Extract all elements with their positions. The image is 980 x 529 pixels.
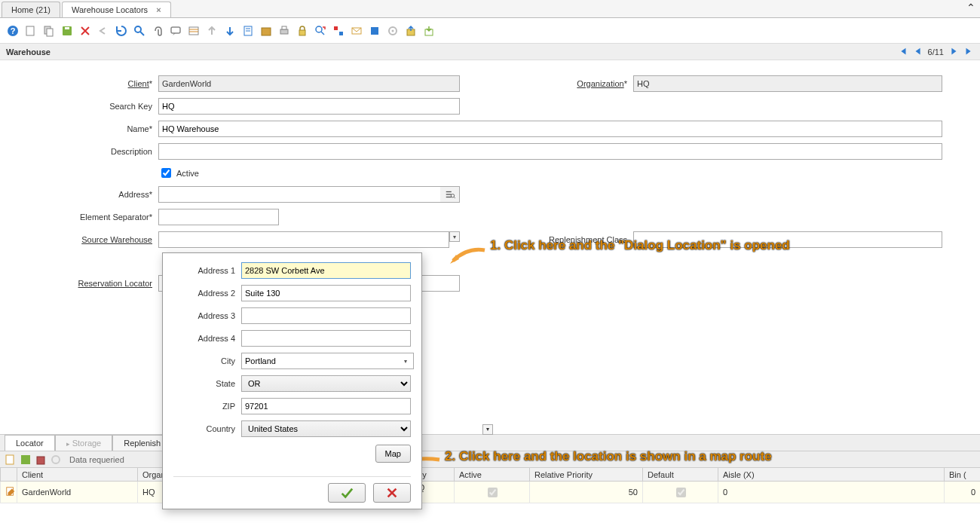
svg-rect-6 bbox=[65, 27, 69, 29]
svg-line-8 bbox=[140, 32, 144, 35]
field-organization: HQ bbox=[633, 75, 942, 92]
report-icon[interactable] bbox=[240, 23, 256, 39]
label-reservation-locator[interactable]: Reservation Locator bbox=[8, 279, 158, 288]
tab-home-label: Home (21) bbox=[11, 5, 51, 14]
svg-rect-36 bbox=[21, 455, 30, 464]
dlg-label-address3: Address 3 bbox=[173, 311, 241, 320]
field-active[interactable]: Active bbox=[158, 166, 460, 180]
request-icon[interactable] bbox=[348, 23, 365, 39]
svg-rect-17 bbox=[280, 29, 288, 34]
undo-icon[interactable] bbox=[95, 23, 112, 39]
dlg-field-zip[interactable] bbox=[241, 398, 411, 414]
cell-client: GardenWorld bbox=[17, 482, 138, 503]
dlg-map-button[interactable]: Map bbox=[375, 445, 411, 463]
field-address[interactable] bbox=[158, 186, 440, 203]
source-warehouse-dropdown-icon[interactable]: ▾ bbox=[449, 231, 460, 242]
checkbox-active[interactable] bbox=[161, 168, 171, 178]
tab-current-label: Warehouse Locators bbox=[72, 5, 148, 14]
col-aisle[interactable]: Aisle (X) bbox=[718, 468, 945, 482]
active-workflows-icon[interactable] bbox=[330, 23, 347, 39]
grid-new-icon[interactable] bbox=[5, 454, 17, 466]
tab-warehouse-locators[interactable]: Warehouse Locators × bbox=[62, 2, 171, 17]
new-record-icon[interactable] bbox=[23, 23, 39, 39]
field-element-separator[interactable] bbox=[158, 209, 279, 225]
dlg-field-country[interactable]: United States bbox=[241, 420, 411, 437]
dlg-field-address1[interactable] bbox=[241, 262, 411, 279]
field-description[interactable] bbox=[158, 143, 942, 160]
col-bin[interactable]: Bin ( bbox=[945, 468, 981, 482]
attachment-icon[interactable] bbox=[149, 23, 166, 39]
table-row[interactable]: GardenWorld HQ HQ Warehouse Default HQ L… bbox=[1, 482, 981, 503]
field-name[interactable] bbox=[158, 121, 942, 137]
nav-prev-icon[interactable] bbox=[913, 46, 923, 58]
svg-rect-18 bbox=[282, 26, 286, 29]
product-info-icon[interactable] bbox=[366, 23, 383, 39]
svg-rect-23 bbox=[339, 32, 343, 35]
delete-icon[interactable] bbox=[77, 23, 93, 39]
nav-next-icon[interactable] bbox=[948, 46, 959, 58]
dlg-cancel-button[interactable] bbox=[373, 483, 411, 503]
address-open-dialog-button[interactable] bbox=[440, 186, 460, 203]
annotation-text-1: 1. Click here and the "Dialog Location" … bbox=[490, 238, 790, 253]
dlg-label-country: Country bbox=[173, 424, 241, 433]
nav-last-icon[interactable] bbox=[963, 46, 974, 58]
dlg-field-address4[interactable] bbox=[241, 330, 411, 347]
col-active[interactable]: Active bbox=[455, 468, 530, 482]
field-source-warehouse[interactable] bbox=[158, 231, 449, 248]
row-edit-icon[interactable] bbox=[1, 482, 17, 503]
nav-first-icon[interactable] bbox=[898, 46, 908, 58]
label-organization[interactable]: Organization bbox=[460, 79, 633, 88]
label-client[interactable]: Client bbox=[8, 79, 158, 88]
copy-icon[interactable] bbox=[41, 23, 57, 39]
svg-rect-4 bbox=[47, 29, 53, 36]
print-icon[interactable] bbox=[276, 23, 292, 39]
grid-header-row: Client Organization Warehouse Search Key… bbox=[1, 468, 981, 482]
cell-bin: 0 bbox=[945, 482, 981, 503]
grid-process-icon[interactable] bbox=[50, 454, 62, 466]
label-element-separator: Element Separator bbox=[8, 213, 158, 222]
zoom-across-icon[interactable] bbox=[312, 23, 329, 39]
tab-close-icon[interactable]: × bbox=[156, 5, 161, 14]
grid-toggle-icon[interactable] bbox=[185, 23, 202, 39]
label-source-warehouse[interactable]: Source Warehouse bbox=[8, 235, 158, 244]
annotation-arrow-1 bbox=[449, 247, 486, 268]
export-icon[interactable] bbox=[403, 23, 419, 39]
dlg-field-state[interactable]: OR bbox=[241, 375, 411, 392]
dlg-field-address3[interactable] bbox=[241, 307, 411, 324]
col-default[interactable]: Default bbox=[643, 468, 718, 482]
import-icon[interactable] bbox=[421, 23, 437, 39]
archive-icon[interactable] bbox=[258, 23, 274, 39]
parent-record-icon[interactable] bbox=[204, 23, 220, 39]
dlg-field-city[interactable] bbox=[241, 353, 414, 369]
dlg-label-city: City bbox=[173, 356, 241, 365]
chat-icon[interactable] bbox=[167, 23, 184, 39]
collapse-handle-icon[interactable]: ⌃ bbox=[966, 2, 975, 14]
requery-icon[interactable] bbox=[113, 23, 130, 39]
panel-expand-handle[interactable]: ▾ bbox=[482, 424, 493, 435]
grid-delete-icon[interactable] bbox=[35, 454, 47, 466]
detail-tab-locator[interactable]: Locator bbox=[5, 435, 55, 451]
city-dropdown-icon[interactable]: ▾ bbox=[400, 356, 411, 366]
svg-point-7 bbox=[135, 26, 141, 32]
lock-icon[interactable] bbox=[294, 23, 311, 39]
save-icon[interactable] bbox=[59, 23, 75, 39]
tab-home[interactable]: Home (21) bbox=[2, 2, 60, 17]
svg-rect-16 bbox=[262, 28, 271, 35]
find-icon[interactable] bbox=[131, 23, 148, 39]
detail-tab-storage[interactable]: ▸Storage bbox=[55, 435, 113, 451]
svg-line-21 bbox=[321, 32, 324, 35]
help-icon[interactable]: ? bbox=[5, 23, 21, 39]
field-search-key[interactable] bbox=[158, 98, 460, 115]
col-client[interactable]: Client bbox=[17, 468, 138, 482]
grid-status-text: Data requeried bbox=[69, 455, 124, 464]
process-icon[interactable] bbox=[384, 23, 401, 39]
dlg-label-zip: ZIP bbox=[173, 402, 241, 411]
svg-rect-19 bbox=[299, 30, 305, 35]
dlg-ok-button[interactable] bbox=[328, 483, 366, 503]
detail-record-icon[interactable] bbox=[222, 23, 238, 39]
dlg-field-address2[interactable] bbox=[241, 285, 411, 301]
field-client: GardenWorld bbox=[158, 75, 460, 92]
grid-save-icon[interactable] bbox=[20, 454, 32, 466]
col-relative-priority[interactable]: Relative Priority bbox=[530, 468, 643, 482]
label-description: Description bbox=[8, 147, 158, 156]
